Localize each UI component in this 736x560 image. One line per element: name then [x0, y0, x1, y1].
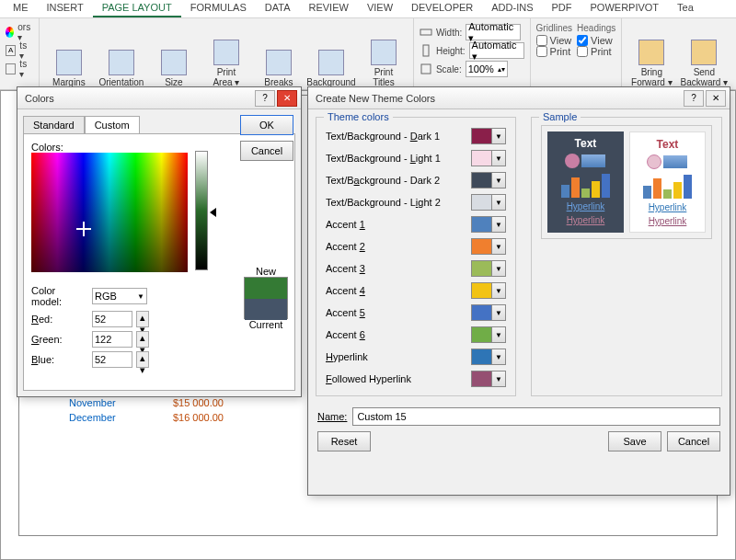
theme-color-combo[interactable]: ▼: [471, 128, 506, 144]
red-label: Red:: [31, 314, 88, 325]
theme-colors-dialog: Create New Theme Colors ? ✕ Theme colors…: [307, 86, 730, 496]
selection-pane-button[interactable]: Selection Pane: [732, 23, 736, 87]
help-button[interactable]: ?: [255, 90, 275, 107]
cell-value[interactable]: $16 000.00: [150, 412, 224, 423]
sample-legend: Sample: [539, 111, 581, 122]
scale-icon: [420, 63, 432, 75]
theme-color-combo[interactable]: ▼: [471, 172, 506, 189]
theme-color-combo[interactable]: ▼: [471, 238, 506, 255]
green-input[interactable]: [92, 331, 132, 348]
theme-effects-btn[interactable]: ts ▾: [6, 60, 33, 78]
theme-colors-btn[interactable]: ors ▾: [6, 23, 33, 41]
group-themes: ors ▾ Ats ▾ ts ▾: [0, 18, 40, 89]
tab-powerpivot[interactable]: POWERPIVOT: [581, 0, 669, 17]
margins-button[interactable]: Margins: [45, 23, 93, 87]
tab-formulas[interactable]: FORMULAS: [181, 0, 256, 17]
sample-dark-card: Text Hyperlink Hyperlink: [547, 131, 624, 233]
print-titles-button[interactable]: Print Titles: [360, 23, 408, 87]
ribbon: ors ▾ Ats ▾ ts ▾ Margins Orientation Siz…: [0, 18, 736, 90]
theme-color-combo[interactable]: ▼: [471, 282, 506, 299]
margins-icon: [56, 50, 82, 75]
theme-color-combo[interactable]: ▼: [471, 216, 506, 233]
help-button[interactable]: ?: [684, 90, 704, 107]
cancel-button[interactable]: Cancel: [240, 141, 293, 161]
tab-pdf[interactable]: PDF: [543, 0, 581, 17]
theme-color-row: Followed Hyperlink▼: [326, 368, 506, 390]
width-combo[interactable]: Automatic ▾: [466, 24, 521, 40]
color-model-label: Color model:: [31, 285, 88, 307]
gridlines-view-check[interactable]: View: [536, 35, 572, 46]
theme-titlebar[interactable]: Create New Theme Colors ? ✕: [308, 87, 730, 109]
sample-light-card: Text Hyperlink Hyperlink: [629, 131, 706, 233]
tab-standard[interactable]: Standard: [23, 116, 85, 134]
close-button[interactable]: ✕: [277, 90, 297, 107]
cancel-button[interactable]: Cancel: [667, 431, 720, 451]
luminance-slider[interactable]: [195, 151, 208, 270]
tab-insert[interactable]: INSERT: [38, 0, 93, 17]
save-button[interactable]: Save: [608, 431, 661, 451]
theme-fonts-btn[interactable]: Ats ▾: [6, 41, 33, 60]
blue-label: Blue:: [31, 354, 88, 365]
new-current-swatch: [244, 277, 288, 319]
print-area-button[interactable]: Print Area ▾: [202, 23, 250, 87]
tab-custom[interactable]: Custom: [85, 116, 140, 134]
gridlines-print-check[interactable]: Print: [536, 46, 572, 57]
color-model-combo[interactable]: RGB▼: [92, 288, 147, 304]
green-label: Green:: [31, 334, 88, 345]
theme-color-label: Text/Background - Light 1: [326, 153, 464, 164]
theme-color-combo[interactable]: ▼: [471, 194, 506, 211]
bring-forward-button[interactable]: Bring Forward ▾: [627, 23, 675, 87]
colors-dialog: Colors ? ✕ Standard Custom Colors: Color…: [17, 86, 302, 397]
spectrum-cursor[interactable]: [79, 224, 88, 234]
theme-color-combo[interactable]: ▼: [471, 150, 506, 166]
tab-team[interactable]: Tea: [668, 0, 703, 17]
theme-color-row: Text/Background - Light 1▼: [326, 147, 506, 169]
cell-value[interactable]: $15 000.00: [150, 397, 224, 408]
ok-button[interactable]: OK: [240, 115, 293, 135]
send-backward-button[interactable]: Send Backward ▾: [680, 23, 728, 87]
tab-data[interactable]: DATA: [256, 0, 300, 17]
current-label: Current: [244, 319, 288, 330]
theme-color-label: Accent 6: [326, 329, 464, 340]
group-sheet-options: Gridlines View Print Headings View Print: [531, 18, 623, 89]
red-input[interactable]: [92, 311, 132, 327]
size-button[interactable]: Size: [150, 23, 198, 87]
current-color-swatch: [245, 299, 287, 320]
red-spin[interactable]: ▴▾: [136, 311, 149, 327]
print-titles-icon: [371, 40, 397, 65]
colors-titlebar[interactable]: Colors ? ✕: [17, 87, 301, 109]
headings-print-check[interactable]: Print: [577, 46, 615, 57]
background-icon: [318, 50, 344, 75]
tab-page-layout[interactable]: PAGE LAYOUT: [93, 0, 181, 17]
cell-month[interactable]: November: [69, 397, 133, 408]
theme-color-combo[interactable]: ▼: [471, 371, 506, 387]
cell-month[interactable]: December: [69, 412, 133, 423]
height-combo[interactable]: Automatic ▾: [469, 42, 524, 59]
tab-home[interactable]: ME: [4, 0, 38, 17]
background-button[interactable]: Background: [307, 23, 355, 87]
theme-color-combo[interactable]: ▼: [471, 349, 506, 365]
theme-color-row: Hyperlink▼: [326, 346, 506, 368]
theme-colors-legend: Theme colors: [324, 111, 393, 122]
blue-input[interactable]: [92, 351, 132, 368]
tab-developer[interactable]: DEVELOPER: [402, 0, 482, 17]
theme-color-combo[interactable]: ▼: [471, 326, 506, 343]
orientation-button[interactable]: Orientation: [98, 23, 145, 87]
theme-color-combo[interactable]: ▼: [471, 304, 506, 321]
tab-review[interactable]: REVIEW: [300, 0, 358, 17]
color-spectrum[interactable]: [31, 153, 188, 272]
theme-color-combo[interactable]: ▼: [471, 260, 506, 277]
breaks-button[interactable]: Breaks: [255, 23, 303, 87]
tab-addins[interactable]: ADD-INS: [482, 0, 542, 17]
luminance-slider-arrow[interactable]: [210, 208, 216, 217]
headings-view-check[interactable]: View: [577, 35, 615, 46]
reset-button[interactable]: Reset: [317, 431, 371, 451]
theme-color-row: Accent 4▼: [326, 280, 506, 302]
tab-view[interactable]: VIEW: [358, 0, 402, 17]
theme-color-label: Followed Hyperlink: [326, 373, 464, 384]
scale-spin[interactable]: 100%▴▾: [466, 61, 508, 77]
close-button[interactable]: ✕: [706, 90, 726, 107]
theme-name-input[interactable]: [352, 407, 720, 426]
blue-spin[interactable]: ▴▾: [136, 351, 149, 368]
green-spin[interactable]: ▴▾: [136, 331, 149, 348]
